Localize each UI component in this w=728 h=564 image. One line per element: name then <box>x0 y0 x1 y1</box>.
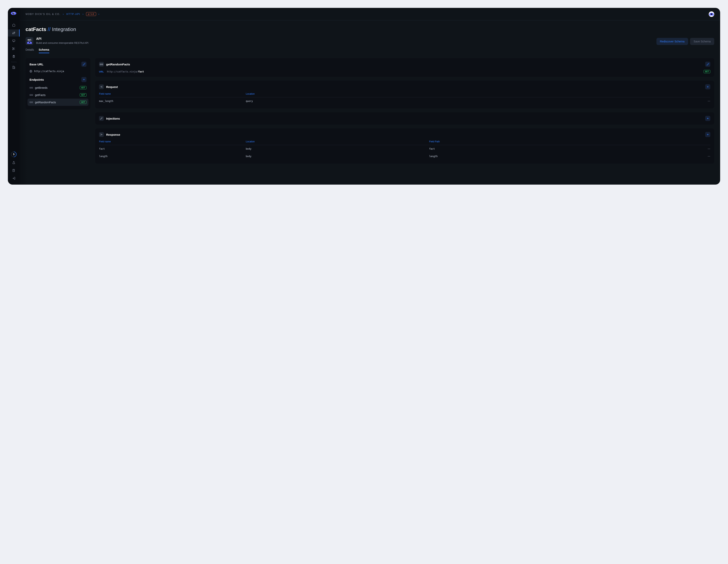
user-avatar[interactable] <box>709 11 714 17</box>
nav-beaker[interactable] <box>12 160 15 165</box>
nav-clipboard[interactable] <box>8 53 20 60</box>
endpoint-icon: ⊟⊟ <box>29 86 33 89</box>
building-icon <box>12 66 15 69</box>
app-logo[interactable] <box>11 12 17 16</box>
env-tag[interactable]: prod <box>86 12 96 16</box>
svg-rect-5 <box>14 67 15 69</box>
edit-endpoint-button[interactable] <box>705 62 710 67</box>
nav-logout[interactable] <box>12 176 15 181</box>
page-title: catFacts // Integration <box>26 26 714 32</box>
svg-point-8 <box>102 86 102 86</box>
topbar: MOBY DICK'S OIL & CO. › HTTP-API › prod … <box>20 8 720 20</box>
base-url-card: Base URL http://catfacts.ninja <box>26 58 90 109</box>
main-area: MOBY DICK'S OIL & CO. › HTTP-API › prod … <box>20 8 720 185</box>
request-card: Request Field name Location <box>95 81 714 108</box>
method-badge: GET <box>80 93 86 97</box>
injections-icon <box>99 116 104 121</box>
rediscover-schema-button[interactable]: Rediscover Schema <box>656 38 688 45</box>
endpoint-item[interactable]: ⊟⊟ getBreeds GET <box>28 84 88 91</box>
endpoint-icon: ⊟⊟ <box>29 94 33 96</box>
chevron-right-icon: › <box>63 13 64 16</box>
svg-point-10 <box>102 134 102 135</box>
request-icon <box>99 84 104 89</box>
nav-home[interactable] <box>8 22 20 29</box>
add-injection-button[interactable] <box>705 116 710 121</box>
content: catFacts // Integration api API Build an… <box>20 20 720 185</box>
chevron-right-icon: › <box>83 13 84 16</box>
pencil-icon <box>707 63 709 66</box>
table-row: max_length query ··· <box>99 97 710 105</box>
breadcrumb: MOBY DICK'S OIL & CO. › HTTP-API › prod … <box>26 12 100 16</box>
monitor-icon <box>12 39 15 42</box>
globe-icon <box>29 70 32 73</box>
breadcrumb-org[interactable]: MOBY DICK'S OIL & CO. <box>26 13 61 16</box>
row-actions-button[interactable]: ··· <box>704 100 710 103</box>
endpoint-name: getBreeds <box>35 86 48 89</box>
tab-schema[interactable]: Schema <box>39 48 49 53</box>
endpoint-item[interactable]: ⊟⊟ getFacts GET <box>28 91 88 99</box>
table-header: Field name Location Field Path <box>99 140 710 145</box>
endpoint-icon: ⊟⊟ <box>29 101 33 104</box>
sidebar-divider: ∿∿∿∿ <box>11 61 17 63</box>
svg-point-7 <box>101 87 101 87</box>
swap-icon <box>12 31 15 35</box>
nav-integrations[interactable] <box>8 29 20 37</box>
response-icon <box>99 132 104 137</box>
tabs: Details Schema <box>26 48 714 53</box>
logout-icon <box>12 177 15 180</box>
add-response-field-button[interactable] <box>705 132 710 137</box>
api-icon: api <box>26 37 33 45</box>
table-row: fact body fact ··· <box>99 145 710 153</box>
endpoint-item[interactable]: ⊟⊟ getRandomFacts GET <box>28 99 88 106</box>
eye-icon <box>709 13 714 16</box>
home-icon <box>12 24 15 27</box>
method-badge: GET <box>80 101 86 104</box>
chevron-right-icon: › <box>98 13 100 16</box>
scroll-icon <box>12 169 15 172</box>
method-badge: GET <box>80 86 86 89</box>
table-row: length body length ··· <box>99 153 710 160</box>
endpoint-url: http://catfacts.ninja/fact <box>107 70 144 73</box>
breadcrumb-project[interactable]: HTTP-API <box>66 13 80 16</box>
method-badge: GET <box>704 70 710 73</box>
beaker-icon <box>12 161 15 164</box>
svg-point-1 <box>13 48 13 48</box>
endpoint-detail-card: ⊟⊟ getRandomFacts URL http://c <box>95 58 714 77</box>
plus-icon <box>706 85 709 88</box>
response-title: Response <box>106 133 120 136</box>
scissors-icon <box>12 47 15 50</box>
edit-base-url-button[interactable] <box>81 62 86 67</box>
endpoint-name: getRandomFacts <box>35 101 56 104</box>
clipboard-icon <box>12 55 15 58</box>
svg-point-9 <box>102 87 102 88</box>
add-endpoint-button[interactable] <box>81 77 86 82</box>
plus-icon <box>706 117 709 120</box>
tab-details[interactable]: Details <box>26 48 34 53</box>
svg-point-12 <box>101 135 101 135</box>
save-schema-button: Save Schema <box>690 38 714 45</box>
endpoint-icon: ⊟⊟ <box>99 62 104 67</box>
injections-title: Injections <box>106 117 120 120</box>
plus-icon <box>83 78 85 81</box>
nav-organization[interactable] <box>8 64 20 71</box>
request-title: Request <box>106 85 118 89</box>
base-url-title: Base URL <box>29 63 43 66</box>
api-title: API <box>36 37 88 41</box>
nav-scissors[interactable] <box>8 45 20 52</box>
add-request-field-button[interactable] <box>705 84 710 89</box>
svg-rect-4 <box>13 66 14 69</box>
api-header: api API Build and consume interoperable … <box>26 37 88 45</box>
response-card: Response Field name Location Field Path <box>95 129 714 164</box>
sidebar: ∿∿∿∿ 5 <box>8 8 20 185</box>
api-description: Build and consume interoperable RESTful … <box>36 41 88 44</box>
row-actions-button[interactable]: ··· <box>704 155 710 158</box>
nav-docs[interactable] <box>12 168 15 173</box>
endpoints-title: Endpoints <box>29 78 44 81</box>
row-actions-button[interactable]: ··· <box>704 148 710 150</box>
nav-monitor[interactable] <box>8 37 20 44</box>
endpoint-name: getFacts <box>35 94 46 97</box>
svg-rect-0 <box>13 40 15 41</box>
url-label: URL <box>99 71 104 73</box>
app-window: ∿∿∿∿ 5 MOBY DICK'S OIL & CO. › <box>8 8 720 185</box>
usage-counter[interactable]: 5 <box>10 151 18 158</box>
